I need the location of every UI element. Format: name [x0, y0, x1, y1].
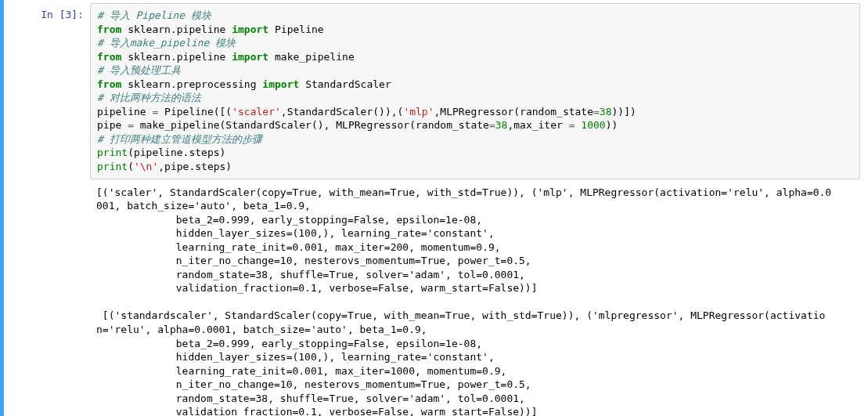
string-literal: '\n' — [134, 161, 158, 172]
builtin-print: print — [97, 161, 128, 172]
code-text: ,max_iter — [507, 119, 568, 131]
keyword-from: from — [97, 78, 121, 90]
stdout-output: [('scaler', StandardScaler(copy=True, wi… — [90, 179, 860, 416]
code-text: Pipeline([( — [158, 106, 232, 118]
execution-prompt: In [3]: — [41, 9, 84, 20]
operator: = — [489, 119, 495, 131]
string-literal: 'scaler' — [232, 106, 281, 118]
string-literal: 'mlp' — [403, 106, 434, 118]
code-text: ,pipe.steps) — [158, 161, 232, 172]
notebook-cell: In [3]: # 导入 Pipeline 模块 from sklearn.pi… — [0, 0, 868, 416]
number-literal: 1000 — [575, 119, 606, 131]
number-literal: 38 — [495, 119, 508, 131]
operator: = — [128, 119, 134, 131]
code-text: ))]) — [612, 106, 636, 118]
module-name: sklearn.preprocessing — [128, 78, 256, 90]
builtin-print: print — [97, 147, 128, 158]
code-text: pipe — [97, 119, 128, 131]
code-text: pipeline — [97, 106, 152, 118]
code-text: (pipeline.steps) — [128, 147, 225, 158]
import-name: make_pipeline — [275, 51, 355, 63]
comment: # 导入make_pipeline 模块 — [97, 37, 236, 49]
keyword-import: import — [232, 51, 268, 63]
comment: # 导入 Pipeline 模块 — [97, 9, 211, 21]
prompt-column: In [3]: — [4, 3, 90, 416]
keyword-from: from — [97, 24, 121, 35]
operator: = — [593, 106, 600, 118]
keyword-from: from — [97, 51, 121, 63]
code-text: ,MLPRegressor(random_state — [434, 106, 594, 118]
comment: # 打印两种建立管道模型方法的步骤 — [97, 133, 262, 145]
code-text: ( — [128, 161, 134, 172]
comment: # 对比两种方法的语法 — [97, 92, 201, 103]
code-input-area[interactable]: # 导入 Pipeline 模块 from sklearn.pipeline i… — [90, 3, 860, 179]
module-name: sklearn.pipeline — [128, 24, 225, 35]
keyword-import: import — [262, 78, 299, 90]
operator: = — [569, 119, 575, 131]
import-name: Pipeline — [275, 24, 324, 35]
keyword-import: import — [232, 24, 268, 35]
content-column: # 导入 Pipeline 模块 from sklearn.pipeline i… — [90, 3, 868, 416]
comment: # 导入预处理工具 — [97, 64, 181, 76]
module-name: sklearn.pipeline — [128, 51, 225, 63]
import-name: StandardScaler — [305, 78, 391, 90]
code-text: ,StandardScaler()),( — [281, 106, 404, 118]
number-literal: 38 — [600, 106, 612, 118]
code-text: make_pipeline(StandardScaler(), MLPRegre… — [134, 119, 489, 131]
code-text: )) — [606, 119, 618, 131]
